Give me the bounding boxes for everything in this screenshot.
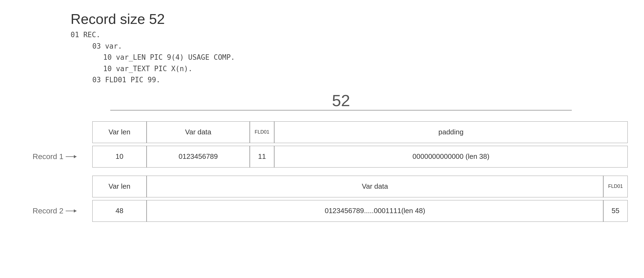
- record2-arrow-icon: [66, 211, 77, 211]
- record1-header-cells: Var len Var data FLD01 padding: [92, 121, 628, 143]
- record1-label-area-data: Record 1: [33, 152, 92, 161]
- record1-data-container: 10 0123456789 11 0000000000000 (len 38): [92, 146, 628, 168]
- record2-label-text: Record 2: [33, 207, 64, 215]
- record1-header-varlen: Var len: [92, 121, 147, 143]
- record1-header-row: Var len Var data FLD01 padding: [33, 121, 628, 143]
- record2-label: Record 2: [33, 207, 77, 215]
- code-line-4: 10 var_TEXT PIC X(n).: [103, 63, 628, 75]
- code-line-1: 01 REC.: [71, 29, 628, 41]
- record2-data-fld01: 55: [603, 200, 628, 222]
- record1-data-fld01: 11: [250, 146, 274, 168]
- record1-header-vardata: Var data: [147, 121, 250, 143]
- record2-header-varlen: Var len: [92, 176, 147, 197]
- record2-header-fld01: FLD01: [603, 176, 628, 197]
- code-block: 01 REC. 03 var. 10 var_LEN PIC 9(4) USAG…: [71, 29, 628, 86]
- spacer: [33, 170, 628, 176]
- record2-data-varlen: 48: [92, 200, 147, 222]
- code-line-3: 10 var_LEN PIC 9(4) USAGE COMP.: [103, 52, 628, 63]
- record1-header-container: Var len Var data FLD01 padding: [92, 121, 628, 143]
- record2-data-container: 48 0123456789.....0001111(len 48) 55: [92, 200, 628, 222]
- record1-data-row: Record 1 10 0123456789 11 0000000000000 …: [33, 146, 628, 168]
- record2-header-vardata: Var data: [147, 176, 603, 197]
- record1-label-text: Record 1: [33, 152, 64, 161]
- record2-label-area-data: Record 2: [33, 207, 92, 215]
- record1-header-fld01: FLD01: [250, 121, 274, 143]
- record1-label: Record 1: [33, 152, 77, 161]
- record2-data-row: Record 2 48 0123456789.....0001111(len 4…: [33, 200, 628, 222]
- size-divider-line: [110, 110, 572, 110]
- size-label-container: 52: [71, 91, 611, 110]
- record1-data-cells: 10 0123456789 11 0000000000000 (len 38): [92, 146, 628, 168]
- record2-header-row: Var len Var data FLD01: [33, 176, 628, 197]
- size-number: 52: [71, 91, 611, 110]
- code-line-2: 03 var.: [92, 41, 628, 52]
- record2-header-cells: Var len Var data FLD01: [92, 176, 628, 197]
- code-line-5: 03 FLD01 PIC 99.: [92, 74, 628, 86]
- record1-arrow-icon: [66, 156, 77, 157]
- record1-header-padding: padding: [274, 121, 628, 143]
- record1-data-vardata: 0123456789: [147, 146, 250, 168]
- page-title: Record size 52: [71, 11, 628, 27]
- record2-header-container: Var len Var data FLD01: [92, 176, 628, 197]
- record1-data-padding: 0000000000000 (len 38): [274, 146, 628, 168]
- records-section: Var len Var data FLD01 padding Record 1 …: [33, 121, 628, 222]
- record1-data-varlen: 10: [92, 146, 147, 168]
- record2-data-cells: 48 0123456789.....0001111(len 48) 55: [92, 200, 628, 222]
- record2-data-vardata: 0123456789.....0001111(len 48): [147, 200, 603, 222]
